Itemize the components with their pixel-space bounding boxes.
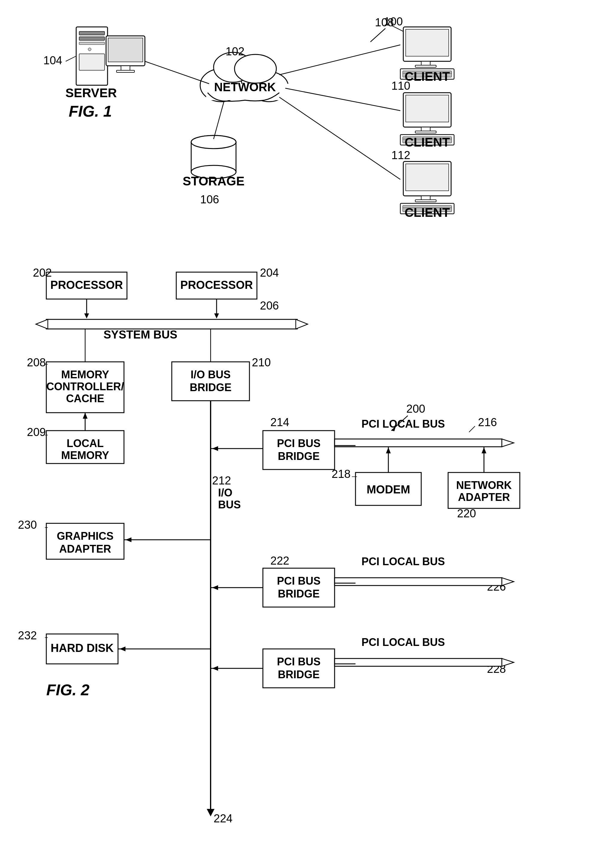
processor1-label: PROCESSOR bbox=[50, 279, 123, 291]
svg-rect-9 bbox=[108, 38, 143, 62]
ref-108: 108 bbox=[375, 16, 394, 29]
svg-marker-69 bbox=[83, 413, 88, 419]
ref-204: 204 bbox=[260, 266, 279, 279]
fig1-title: FIG. 1 bbox=[69, 103, 112, 120]
svg-rect-58 bbox=[46, 319, 297, 329]
svg-marker-97 bbox=[212, 666, 218, 671]
ref-210: 210 bbox=[252, 356, 271, 369]
svg-marker-88 bbox=[125, 537, 132, 542]
svg-marker-55 bbox=[84, 313, 89, 318]
svg-marker-73 bbox=[212, 446, 218, 451]
svg-marker-84 bbox=[481, 447, 486, 453]
ref-224: 224 bbox=[214, 812, 232, 825]
ref-106: 106 bbox=[200, 193, 219, 206]
processor2-label: PROCESSOR bbox=[180, 279, 253, 291]
ref-112: 112 bbox=[392, 149, 410, 162]
svg-marker-91 bbox=[212, 585, 218, 590]
graphics-adapter-label: GRAPHICS bbox=[57, 530, 113, 542]
svg-line-46 bbox=[279, 45, 400, 75]
ref-218: 218 bbox=[331, 468, 351, 480]
memory-controller-label: MEMORY bbox=[61, 368, 109, 381]
svg-marker-60 bbox=[296, 319, 308, 329]
svg-line-47 bbox=[285, 88, 400, 110]
hard-disk-label: HARD DISK bbox=[50, 642, 114, 654]
pci-bridge3-label: PCI BUS bbox=[277, 656, 321, 668]
client2-label: CLIENT bbox=[405, 135, 450, 149]
svg-line-48 bbox=[279, 97, 400, 179]
client3-label: CLIENT bbox=[405, 206, 450, 219]
ref-222: 222 bbox=[270, 555, 289, 567]
io-bus-bridge-label2: BRIDGE bbox=[190, 381, 232, 394]
pci-local-bus2-label: PCI LOCAL BUS bbox=[361, 555, 445, 568]
ref-212: 212 bbox=[212, 474, 231, 487]
svg-marker-57 bbox=[214, 313, 219, 318]
page: 100 104 SERVER bbox=[0, 0, 616, 843]
modem-label: MODEM bbox=[367, 483, 410, 496]
svg-rect-98 bbox=[334, 659, 502, 666]
ref-230: 230 bbox=[18, 519, 37, 531]
svg-rect-5 bbox=[79, 42, 104, 44]
local-memory-label2: MEMORY bbox=[61, 449, 109, 461]
svg-marker-99 bbox=[502, 659, 514, 666]
ref-208: 208 bbox=[27, 356, 46, 369]
svg-rect-4 bbox=[79, 37, 104, 40]
pci-bridge1-label: PCI BUS bbox=[277, 437, 321, 449]
io-bus-bridge-label: I/O BUS bbox=[191, 368, 230, 381]
ref-232: 232 bbox=[18, 629, 37, 642]
svg-rect-7 bbox=[79, 54, 104, 70]
svg-point-6 bbox=[88, 48, 91, 51]
ref-214: 214 bbox=[270, 416, 289, 428]
svg-line-74 bbox=[469, 426, 475, 432]
io-bus-label2: BUS bbox=[218, 499, 241, 511]
svg-rect-33 bbox=[415, 131, 436, 133]
svg-rect-38 bbox=[406, 164, 449, 191]
svg-marker-59 bbox=[36, 319, 48, 329]
ref-200: 200 bbox=[406, 403, 425, 415]
local-memory-label: LOCAL bbox=[67, 437, 104, 449]
ref-216: 216 bbox=[478, 416, 497, 428]
io-bus-label: I/O bbox=[218, 487, 232, 499]
ref-104: 104 bbox=[43, 54, 62, 67]
svg-line-44 bbox=[145, 61, 209, 84]
fig1-diagram: 100 104 SERVER bbox=[0, 9, 616, 248]
ref-202: 202 bbox=[33, 266, 52, 279]
network-adapter-label: NETWORK bbox=[456, 479, 512, 491]
pci-local-bus3-label: PCI LOCAL BUS bbox=[361, 636, 445, 648]
svg-rect-3 bbox=[79, 31, 104, 35]
ref-220: 220 bbox=[457, 507, 476, 520]
svg-point-21 bbox=[191, 135, 236, 149]
ref-102: 102 bbox=[226, 45, 244, 58]
pci-bridge1-label2: BRIDGE bbox=[278, 450, 320, 462]
pci-local-bus1-label: PCI LOCAL BUS bbox=[361, 418, 445, 430]
network-cloud bbox=[200, 52, 290, 102]
storage-cylinder bbox=[191, 135, 236, 178]
network-label: NETWORK bbox=[214, 81, 276, 94]
svg-rect-40 bbox=[415, 200, 436, 202]
server-label: SERVER bbox=[65, 86, 117, 100]
svg-marker-93 bbox=[502, 578, 514, 586]
svg-marker-76 bbox=[502, 439, 514, 447]
network-adapter-label2: ADAPTER bbox=[458, 491, 510, 503]
svg-point-16 bbox=[235, 54, 276, 83]
ref-110: 110 bbox=[392, 79, 410, 92]
pci-bridge2-label: PCI BUS bbox=[277, 575, 321, 587]
svg-line-45 bbox=[214, 101, 224, 139]
client1-label: CLIENT bbox=[405, 69, 450, 84]
fig2-title: FIG. 2 bbox=[46, 681, 89, 699]
pci-bridge2-label2: BRIDGE bbox=[278, 588, 320, 600]
svg-rect-31 bbox=[406, 95, 449, 122]
memory-controller-label3: CACHE bbox=[66, 392, 104, 405]
ref-209: 209 bbox=[27, 426, 46, 438]
svg-marker-106 bbox=[119, 647, 125, 651]
ref-206: 206 bbox=[260, 299, 279, 312]
svg-rect-11 bbox=[116, 70, 135, 72]
svg-rect-92 bbox=[334, 578, 502, 586]
svg-rect-75 bbox=[334, 439, 502, 447]
storage-label: STORAGE bbox=[183, 174, 245, 188]
svg-line-0 bbox=[370, 28, 386, 42]
graphics-adapter-label2: ADAPTER bbox=[59, 543, 111, 555]
svg-rect-25 bbox=[415, 65, 436, 67]
system-bus-label: SYSTEM BUS bbox=[103, 328, 177, 341]
memory-controller-label2: CONTROLLER/ bbox=[46, 380, 124, 393]
pci-bridge3-label2: BRIDGE bbox=[278, 668, 320, 681]
